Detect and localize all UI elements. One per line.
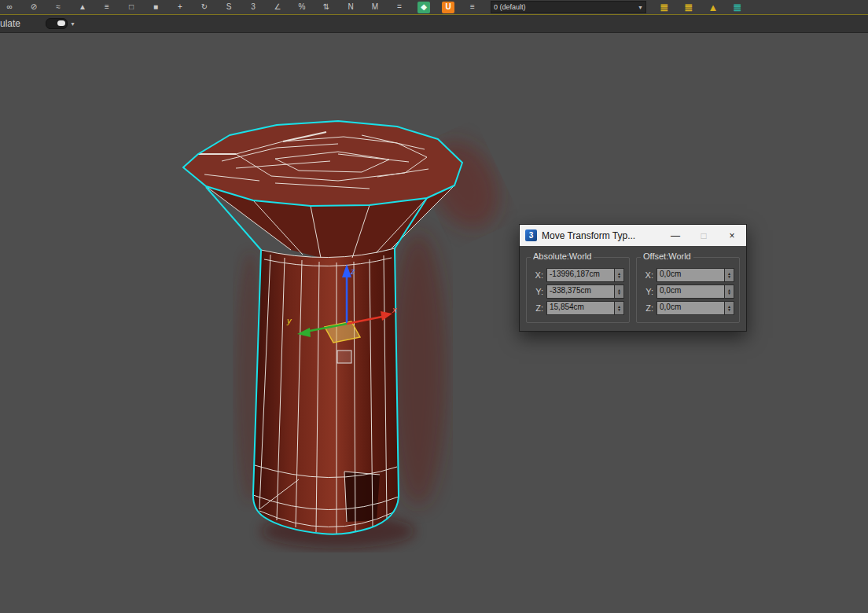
offset-world-group: Offset:World X: 0,0cm ▲ ▼ Y: 0,0cm <box>636 257 740 323</box>
chevron-down-icon: ▼ <box>638 5 643 10</box>
spinner-down-icon[interactable]: ▼ <box>617 275 621 278</box>
app-icon: 3 <box>525 229 537 241</box>
align-icon[interactable]: = <box>393 2 406 13</box>
offset-y-spinner[interactable]: ▲ ▼ <box>724 285 734 298</box>
application-window: ∞ ⊘ ≈ ▲ ≡ □ ■ + ↻ S 3 ∠ % ⇅ N M = ◆ U ≡ … <box>0 0 868 613</box>
dialog-title: Move Transform Typ... <box>542 230 661 241</box>
snaps-toggle-icon[interactable]: 3 <box>247 2 259 13</box>
select-and-rotate-icon[interactable]: ↻ <box>198 2 211 13</box>
offset-x-row: X: 0,0cm ▲ ▼ <box>642 268 734 282</box>
absolute-y-field[interactable]: -338,375cm ▲ ▼ <box>546 284 624 299</box>
absolute-z-spinner[interactable]: ▲ ▼ <box>614 302 623 314</box>
absolute-z-label: Z: <box>531 303 543 313</box>
main-toolbar: ∞ ⊘ ≈ ▲ ≡ □ ■ + ↻ S 3 ∠ % ⇅ N M = ◆ U ≡ … <box>0 0 868 15</box>
offset-z-label: Z: <box>642 303 653 313</box>
maximize-button[interactable]: □ <box>690 225 718 246</box>
offset-x-spinner[interactable]: ▲ ▼ <box>724 269 734 281</box>
chevron-down-icon[interactable]: ▼ <box>70 21 75 27</box>
spinner-down-icon[interactable]: ▼ <box>727 275 731 278</box>
render-setup-icon[interactable]: U <box>442 2 454 13</box>
absolute-x-field[interactable]: -13996,187cm ▲ ▼ <box>546 268 624 282</box>
angle-snap-icon[interactable]: ∠ <box>271 2 284 13</box>
absolute-x-value: -13996,187cm <box>547 269 614 281</box>
absolute-y-spinner[interactable]: ▲ ▼ <box>614 285 623 298</box>
set-current-layer-icon[interactable]: ≣ <box>731 2 744 13</box>
absolute-x-spinner[interactable]: ▲ ▼ <box>614 269 623 281</box>
named-selection-sets-icon[interactable]: N <box>344 2 357 13</box>
select-and-scale-icon[interactable]: S <box>223 2 235 13</box>
close-button[interactable]: × <box>718 225 746 246</box>
spinner-snap-icon[interactable]: ⇅ <box>320 2 333 13</box>
select-by-name-icon[interactable]: ≡ <box>101 2 113 13</box>
absolute-x-row: X: -13996,187cm ▲ ▼ <box>531 268 624 282</box>
absolute-z-value: 15,854cm <box>547 302 614 314</box>
ribbon-toggle-widget[interactable]: ▼ <box>46 18 75 29</box>
gizmo-x-label: x <box>392 305 397 314</box>
spinner-down-icon[interactable]: ▼ <box>727 308 731 311</box>
spinner-down-icon[interactable]: ▼ <box>727 292 731 295</box>
offset-z-field[interactable]: 0,0cm ▲ ▼ <box>657 301 734 315</box>
mirror-icon[interactable]: M <box>369 2 381 13</box>
select-objects-in-layer-icon[interactable]: ▲ <box>707 2 719 13</box>
select-object-icon[interactable]: ▲ <box>76 2 89 13</box>
layer-explorer-icon[interactable]: ≡ <box>466 2 479 13</box>
create-new-layer-icon[interactable]: ≣ <box>658 2 671 13</box>
absolute-y-value: -338,375cm <box>547 285 614 298</box>
material-editor-icon[interactable]: ◆ <box>417 2 430 13</box>
dialog-body: Absolute:World X: -13996,187cm ▲ ▼ Y: -3 <box>520 246 746 331</box>
select-and-link-icon[interactable]: ∞ <box>3 2 16 13</box>
offset-z-spinner[interactable]: ▲ ▼ <box>724 302 734 314</box>
bind-to-space-warp-icon[interactable]: ≈ <box>52 2 64 13</box>
select-and-move-icon[interactable]: + <box>174 2 186 13</box>
move-transform-typein-dialog: 3 Move Transform Typ... — □ × Absolute:W… <box>519 224 747 332</box>
offset-z-row: Z: 0,0cm ▲ ▼ <box>642 301 734 315</box>
offset-x-field[interactable]: 0,0cm ▲ ▼ <box>657 268 734 282</box>
absolute-z-row: Z: 15,854cm ▲ ▼ <box>531 301 624 315</box>
offset-y-label: Y: <box>642 287 653 296</box>
add-selection-to-layer-icon[interactable]: ≣ <box>682 2 695 13</box>
unlink-selection-icon[interactable]: ⊘ <box>28 2 40 13</box>
window-crossing-icon[interactable]: ■ <box>149 2 162 13</box>
absolute-world-group: Absolute:World X: -13996,187cm ▲ ▼ Y: -3 <box>526 257 630 323</box>
current-layer-value: 0 (default) <box>494 3 638 11</box>
offset-world-label: Offset:World <box>641 251 693 261</box>
dialog-titlebar[interactable]: 3 Move Transform Typ... — □ × <box>520 225 746 246</box>
toggle-switch-icon[interactable] <box>46 18 68 29</box>
offset-y-row: Y: 0,0cm ▲ ▼ <box>642 284 734 299</box>
gizmo-z-label: z <box>350 266 355 276</box>
current-layer-dropdown[interactable]: 0 (default) ▼ <box>491 1 646 13</box>
offset-x-value: 0,0cm <box>657 269 724 281</box>
minimize-button[interactable]: — <box>661 225 690 246</box>
absolute-y-label: Y: <box>531 287 543 296</box>
model-dark-notch <box>344 472 380 522</box>
spinner-down-icon[interactable]: ▼ <box>617 308 621 311</box>
toggle-dot-icon <box>57 20 65 26</box>
offset-y-value: 0,0cm <box>657 285 724 298</box>
offset-z-value: 0,0cm <box>657 302 724 314</box>
spinner-down-icon[interactable]: ▼ <box>617 292 621 295</box>
ribbon-bar: ulate ▼ <box>0 15 868 33</box>
absolute-z-field[interactable]: 15,854cm ▲ ▼ <box>546 301 624 315</box>
gizmo-pivot-square <box>337 351 351 363</box>
percent-snap-icon[interactable]: % <box>296 2 308 13</box>
offset-y-field[interactable]: 0,0cm ▲ ▼ <box>657 284 734 299</box>
absolute-x-label: X: <box>531 270 543 280</box>
offset-x-label: X: <box>642 270 653 280</box>
selection-region-icon[interactable]: □ <box>125 2 138 13</box>
absolute-world-label: Absolute:World <box>531 251 594 261</box>
ribbon-tab-label-partial[interactable]: ulate <box>0 18 20 29</box>
absolute-y-row: Y: -338,375cm ▲ ▼ <box>531 284 624 299</box>
